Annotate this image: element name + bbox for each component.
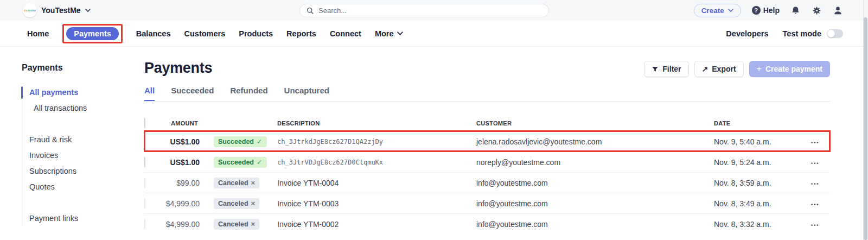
main-content: Payments Filter ↗ Export + Create paymen… [144,47,868,240]
top-actions: Create ? Help [694,4,843,17]
plus-icon: + [757,64,762,74]
row-checkbox[interactable] [144,198,145,209]
filter-tabs: All Succeeded Refunded Uncaptured [144,86,830,102]
table-row[interactable]: US$1.00 Succeeded ✓ ch_3JtrVDJgE8cz627D0… [144,151,830,172]
sidebar-item-subscriptions[interactable]: Subscriptions [22,163,144,179]
create-button[interactable]: Create [694,4,741,17]
main-nav: Home Payments Balances Customers Product… [0,21,868,47]
nav-item-connect[interactable]: Connect [330,29,361,38]
nav-item-developers[interactable]: Developers [726,29,768,38]
cell-date: Nov. 8, 3:49 a.m. [711,199,809,208]
cell-customer: info@youtestme.com [474,220,711,229]
page-body: Payments All payments All transactions F… [0,47,868,240]
export-button[interactable]: ↗ Export [694,61,744,77]
tab-succeeded[interactable]: Succeeded [171,86,214,101]
status-label: Canceled [218,220,248,228]
row-actions-button[interactable]: ••• [811,223,819,228]
status-badge: Canceled × [214,178,259,188]
settings-button[interactable] [812,5,822,16]
nav-item-payments[interactable]: Payments [66,27,119,40]
cell-description: Invoice YTM-0002 [277,220,474,229]
row-checkbox[interactable] [144,157,145,167]
cell-date: Nov. 8, 3:32 a.m. [711,220,809,229]
status-label: Succeeded [218,138,254,146]
table-body: US$1.00 Succeeded ✓ ch_3JtrkdJgE8cz627D1… [144,131,830,234]
column-header-amount: AMOUNT [164,120,214,127]
nav-item-reports[interactable]: Reports [286,29,316,38]
sidebar-item-quotes[interactable]: Quotes [22,179,144,195]
sidebar-item-all-transactions[interactable]: All transactions [22,100,144,116]
cell-amount: $4,999.00 [164,220,214,229]
table-row[interactable]: $4,999.00 Canceled × Invoice YTM-0003 in… [144,193,830,213]
cell-customer: jelena.radosavljevic@youtestme.com [474,137,711,146]
row-checkbox[interactable] [144,136,145,147]
column-header-date: DATE [711,120,809,127]
tab-uncaptured[interactable]: Uncaptured [284,86,329,101]
cell-amount: US$1.00 [164,137,214,146]
select-all-checkbox[interactable] [144,118,145,128]
status-label: Succeeded [218,159,254,166]
sidebar-item-invoices[interactable]: Invoices [22,148,144,163]
nav-right: Developers Test mode [726,29,843,38]
cell-amount: US$1.00 [164,158,214,167]
tab-refunded[interactable]: Refunded [230,86,267,101]
filter-label: Filter [662,65,681,73]
annotation-box-payments: Payments [62,24,123,43]
help-button[interactable]: ? Help [752,6,780,15]
row-actions-button[interactable]: ••• [811,181,819,187]
status-icon: × [251,220,256,228]
table-row[interactable]: $4,999.00 Canceled × Invoice YTM-0002 in… [144,213,830,234]
search-input[interactable]: Search... [299,4,549,17]
account-switcher[interactable]: youtestme YouTestMe [23,3,91,17]
row-checkbox[interactable] [144,178,145,188]
nav-item-home[interactable]: Home [27,29,49,38]
test-mode-toggle[interactable] [827,29,843,38]
sidebar-nav: All payments All transactions Fraud & ri… [22,85,144,226]
nav-item-more[interactable]: More [375,29,403,38]
nav-item-products[interactable]: Products [239,29,273,38]
row-actions-button[interactable]: ••• [811,140,819,146]
brand-logo-text: youtestme [24,9,36,12]
status-badge: Canceled × [214,219,259,230]
cell-amount: $4,999.00 [164,199,214,208]
notifications-button[interactable] [790,5,801,16]
page-title: Payments [144,60,212,77]
cell-amount: $99.00 [164,179,214,187]
nav-item-balances[interactable]: Balances [136,29,171,38]
export-arrow-icon: ↗ [702,65,709,73]
status-badge: Canceled × [214,198,259,209]
chevron-down-icon [397,31,403,35]
sidebar-heading: Payments [22,63,144,73]
status-badge: Succeeded ✓ [214,157,267,168]
cell-customer: noreply@youtestme.com [474,158,711,167]
brand-name: YouTestMe [41,6,81,15]
table-row[interactable]: $99.00 Canceled × Invoice YTM-0004 info@… [144,172,830,193]
cell-description: Invoice YTM-0003 [277,199,474,208]
test-mode-control: Test mode [783,29,843,38]
row-actions-button[interactable]: ••• [811,161,819,166]
funnel-icon [652,66,659,73]
row-checkbox[interactable] [144,219,145,229]
nav-item-customers[interactable]: Customers [184,29,226,38]
sidebar-item-payment-links[interactable]: Payment links [22,211,144,226]
status-badge: Succeeded ✓ [214,136,267,147]
filter-button[interactable]: Filter [644,61,688,77]
sidebar-item-fraud-risk[interactable]: Fraud & risk [22,132,144,148]
scrollbar-track[interactable] [863,0,868,240]
create-payment-label: Create payment [765,65,822,73]
create-payment-button[interactable]: + Create payment [749,61,830,77]
column-header-description: DESCRIPTION [277,120,474,127]
sidebar-item-all-payments[interactable]: All payments [22,85,144,100]
profile-button[interactable] [833,5,843,16]
top-bar: youtestme YouTestMe Search... Create ? H… [0,0,868,21]
row-actions-button[interactable]: ••• [811,202,819,207]
main-header: Payments Filter ↗ Export + Create paymen… [144,60,830,77]
table-row[interactable]: US$1.00 Succeeded ✓ ch_3JtrkdJgE8cz627D1… [144,131,830,151]
scrollbar-thumb[interactable] [864,17,867,240]
person-icon [833,5,843,16]
search-icon [307,7,314,15]
status-label: Canceled [218,200,248,207]
tab-all[interactable]: All [144,86,155,101]
cell-customer: info@youtestme.com [474,179,711,187]
nav-left: Home Payments Balances Customers Product… [27,24,403,43]
